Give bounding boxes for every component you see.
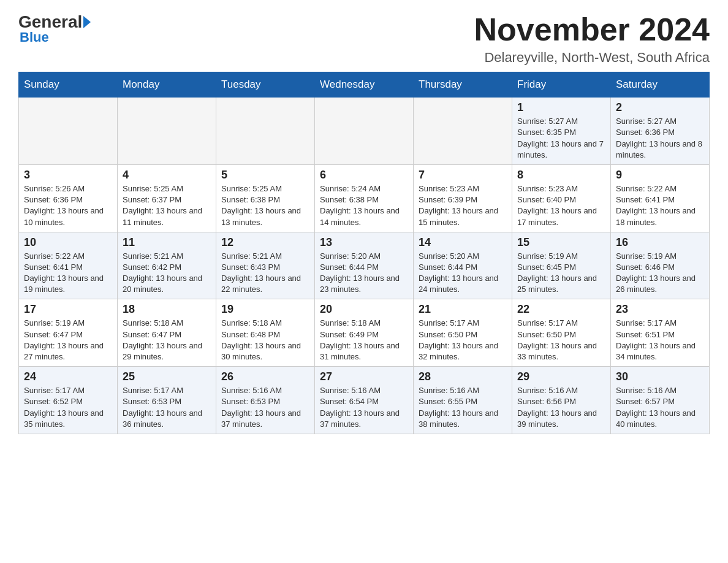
day-number: 5 (221, 169, 309, 182)
day-number: 16 (616, 236, 704, 249)
day-number: 26 (221, 370, 309, 383)
calendar-cell: 2Sunrise: 5:27 AMSunset: 6:36 PMDaylight… (611, 98, 710, 165)
calendar-cell: 25Sunrise: 5:17 AMSunset: 6:53 PMDayligh… (118, 367, 216, 434)
calendar-cell: 18Sunrise: 5:18 AMSunset: 6:47 PMDayligh… (118, 299, 216, 367)
day-info: Sunrise: 5:16 AMSunset: 6:53 PMDaylight:… (221, 385, 309, 430)
calendar-cell: 15Sunrise: 5:19 AMSunset: 6:45 PMDayligh… (512, 232, 611, 299)
day-number: 2 (616, 101, 704, 114)
day-number: 24 (24, 370, 112, 383)
day-number: 27 (320, 370, 408, 383)
day-info: Sunrise: 5:23 AMSunset: 6:40 PMDaylight:… (517, 183, 605, 228)
header-wednesday: Wednesday (315, 72, 414, 98)
calendar-cell: 9Sunrise: 5:22 AMSunset: 6:41 PMDaylight… (611, 164, 710, 232)
day-number: 29 (517, 370, 605, 383)
header-tuesday: Tuesday (216, 72, 315, 98)
day-number: 18 (123, 303, 211, 316)
month-title: November 2024 (474, 12, 710, 47)
day-info: Sunrise: 5:23 AMSunset: 6:39 PMDaylight:… (419, 183, 507, 228)
calendar-cell: 29Sunrise: 5:16 AMSunset: 6:56 PMDayligh… (512, 367, 611, 434)
logo: General Blue (18, 12, 93, 45)
day-info: Sunrise: 5:20 AMSunset: 6:44 PMDaylight:… (419, 251, 507, 296)
calendar-week-row: 10Sunrise: 5:22 AMSunset: 6:41 PMDayligh… (19, 232, 710, 299)
calendar-cell: 30Sunrise: 5:16 AMSunset: 6:57 PMDayligh… (611, 367, 710, 434)
day-info: Sunrise: 5:24 AMSunset: 6:38 PMDaylight:… (320, 183, 408, 228)
day-number: 8 (517, 169, 605, 182)
day-number: 17 (24, 303, 112, 316)
calendar-cell: 7Sunrise: 5:23 AMSunset: 6:39 PMDaylight… (414, 164, 512, 232)
day-info: Sunrise: 5:21 AMSunset: 6:43 PMDaylight:… (221, 251, 309, 296)
day-number: 4 (123, 169, 211, 182)
calendar-table: SundayMondayTuesdayWednesdayThursdayFrid… (18, 72, 710, 434)
header-sunday: Sunday (19, 72, 118, 98)
calendar-cell: 20Sunrise: 5:18 AMSunset: 6:49 PMDayligh… (315, 299, 414, 367)
calendar-cell: 11Sunrise: 5:21 AMSunset: 6:42 PMDayligh… (118, 232, 216, 299)
day-number: 19 (221, 303, 309, 316)
day-number: 15 (517, 236, 605, 249)
day-info: Sunrise: 5:25 AMSunset: 6:37 PMDaylight:… (123, 183, 211, 228)
calendar-cell: 6Sunrise: 5:24 AMSunset: 6:38 PMDaylight… (315, 164, 414, 232)
title-block: November 2024 Delareyville, North-West, … (474, 12, 710, 66)
calendar-cell: 5Sunrise: 5:25 AMSunset: 6:38 PMDaylight… (216, 164, 315, 232)
calendar-cell: 26Sunrise: 5:16 AMSunset: 6:53 PMDayligh… (216, 367, 315, 434)
day-info: Sunrise: 5:17 AMSunset: 6:53 PMDaylight:… (123, 385, 211, 430)
calendar-cell: 16Sunrise: 5:19 AMSunset: 6:46 PMDayligh… (611, 232, 710, 299)
calendar-cell: 24Sunrise: 5:17 AMSunset: 6:52 PMDayligh… (19, 367, 118, 434)
page-header: General Blue November 2024 Delareyville,… (18, 12, 710, 66)
day-number: 14 (419, 236, 507, 249)
day-number: 21 (419, 303, 507, 316)
calendar-cell: 10Sunrise: 5:22 AMSunset: 6:41 PMDayligh… (19, 232, 118, 299)
day-info: Sunrise: 5:17 AMSunset: 6:50 PMDaylight:… (517, 318, 605, 362)
location-title: Delareyville, North-West, South Africa (474, 50, 710, 66)
day-number: 10 (24, 236, 112, 249)
day-info: Sunrise: 5:25 AMSunset: 6:38 PMDaylight:… (221, 183, 309, 228)
calendar-cell (414, 98, 512, 165)
day-info: Sunrise: 5:22 AMSunset: 6:41 PMDaylight:… (616, 183, 704, 228)
header-thursday: Thursday (414, 72, 512, 98)
calendar-cell: 23Sunrise: 5:17 AMSunset: 6:51 PMDayligh… (611, 299, 710, 367)
calendar-header-row: SundayMondayTuesdayWednesdayThursdayFrid… (19, 72, 710, 98)
calendar-cell: 22Sunrise: 5:17 AMSunset: 6:50 PMDayligh… (512, 299, 611, 367)
day-number: 3 (24, 169, 112, 182)
day-info: Sunrise: 5:16 AMSunset: 6:54 PMDaylight:… (320, 385, 408, 430)
day-info: Sunrise: 5:17 AMSunset: 6:51 PMDaylight:… (616, 318, 704, 362)
day-number: 11 (123, 236, 211, 249)
day-info: Sunrise: 5:17 AMSunset: 6:52 PMDaylight:… (24, 385, 112, 430)
calendar-cell (216, 98, 315, 165)
day-info: Sunrise: 5:22 AMSunset: 6:41 PMDaylight:… (24, 251, 112, 296)
day-number: 25 (123, 370, 211, 383)
logo-arrow-icon (83, 16, 91, 28)
day-info: Sunrise: 5:21 AMSunset: 6:42 PMDaylight:… (123, 251, 211, 296)
day-info: Sunrise: 5:26 AMSunset: 6:36 PMDaylight:… (24, 183, 112, 228)
calendar-cell: 13Sunrise: 5:20 AMSunset: 6:44 PMDayligh… (315, 232, 414, 299)
day-info: Sunrise: 5:16 AMSunset: 6:56 PMDaylight:… (517, 385, 605, 430)
day-info: Sunrise: 5:19 AMSunset: 6:47 PMDaylight:… (24, 318, 112, 362)
calendar-cell: 27Sunrise: 5:16 AMSunset: 6:54 PMDayligh… (315, 367, 414, 434)
calendar-cell: 1Sunrise: 5:27 AMSunset: 6:35 PMDaylight… (512, 98, 611, 165)
day-number: 20 (320, 303, 408, 316)
day-number: 13 (320, 236, 408, 249)
calendar-cell (19, 98, 118, 165)
day-info: Sunrise: 5:20 AMSunset: 6:44 PMDaylight:… (320, 251, 408, 296)
calendar-cell (118, 98, 216, 165)
day-number: 7 (419, 169, 507, 182)
header-monday: Monday (118, 72, 216, 98)
day-info: Sunrise: 5:16 AMSunset: 6:57 PMDaylight:… (616, 385, 704, 430)
calendar-cell (315, 98, 414, 165)
day-info: Sunrise: 5:27 AMSunset: 6:35 PMDaylight:… (517, 116, 605, 161)
calendar-week-row: 1Sunrise: 5:27 AMSunset: 6:35 PMDaylight… (19, 98, 710, 165)
logo-blue-part (82, 16, 93, 28)
calendar-cell: 28Sunrise: 5:16 AMSunset: 6:55 PMDayligh… (414, 367, 512, 434)
day-number: 22 (517, 303, 605, 316)
header-friday: Friday (512, 72, 611, 98)
day-info: Sunrise: 5:27 AMSunset: 6:36 PMDaylight:… (616, 116, 704, 161)
calendar-cell: 14Sunrise: 5:20 AMSunset: 6:44 PMDayligh… (414, 232, 512, 299)
day-number: 30 (616, 370, 704, 383)
header-saturday: Saturday (611, 72, 710, 98)
day-number: 9 (616, 169, 704, 182)
day-info: Sunrise: 5:18 AMSunset: 6:49 PMDaylight:… (320, 318, 408, 362)
calendar-cell: 8Sunrise: 5:23 AMSunset: 6:40 PMDaylight… (512, 164, 611, 232)
calendar-cell: 4Sunrise: 5:25 AMSunset: 6:37 PMDaylight… (118, 164, 216, 232)
calendar-week-row: 17Sunrise: 5:19 AMSunset: 6:47 PMDayligh… (19, 299, 710, 367)
day-info: Sunrise: 5:17 AMSunset: 6:50 PMDaylight:… (419, 318, 507, 362)
day-info: Sunrise: 5:19 AMSunset: 6:46 PMDaylight:… (616, 251, 704, 296)
